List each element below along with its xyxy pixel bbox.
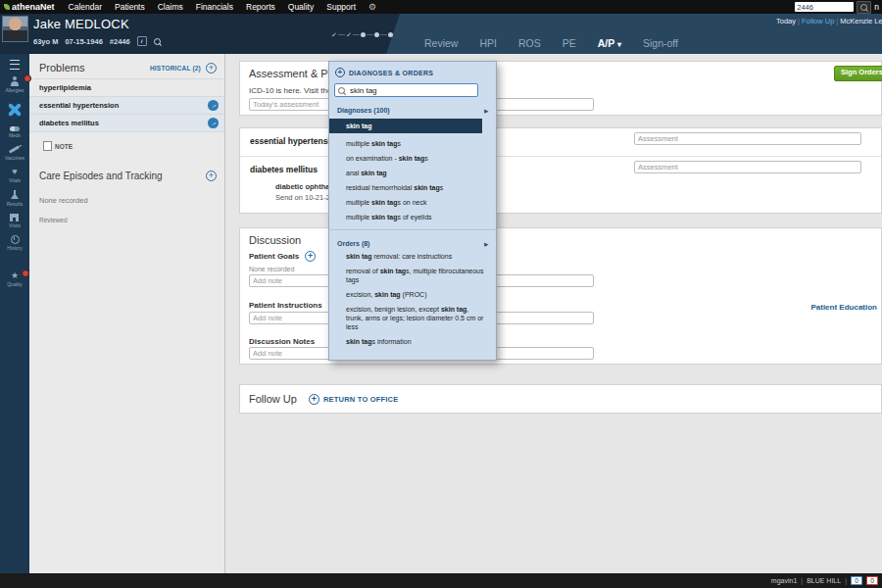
rail-item-clinicals[interactable] — [7, 100, 23, 120]
rail-menu-button[interactable] — [10, 60, 20, 70]
diagnosis-item[interactable]: on examination - skin tags — [346, 154, 486, 163]
arrow-icon: → — [209, 119, 219, 128]
global-search-area: n — [795, 1, 879, 14]
rail-item-visits[interactable]: Visits — [9, 214, 21, 228]
patient-search-icon[interactable] — [154, 38, 161, 45]
diagnosis-item[interactable]: anal skin tag — [346, 169, 486, 177]
menu-item-claims[interactable]: Claims — [158, 2, 183, 12]
athenanet-logo[interactable]: athenaNet — [4, 2, 55, 12]
historical-link[interactable]: HISTORICAL (2) — [150, 65, 201, 72]
rail-label-vitals: Vitals — [9, 177, 21, 183]
problem-row-hypertension[interactable]: essential hypertension → — [29, 97, 224, 115]
menu-item-support[interactable]: Support — [326, 2, 356, 12]
follow-up-link[interactable]: Follow Up — [802, 17, 834, 25]
problems-title: Problems — [39, 62, 84, 74]
meds-pill-icon — [10, 126, 20, 131]
global-search-input[interactable] — [795, 2, 854, 12]
rail-label-meds: Meds — [9, 132, 21, 138]
diagnosis-item[interactable]: multiple skin tags on neck — [346, 198, 486, 207]
diagnosis-search-input[interactable] — [348, 85, 471, 96]
order-item[interactable]: excision, skin tag (PROC) — [346, 290, 486, 299]
rail-label-vaccines: Vaccines — [5, 155, 24, 161]
note-doc-icon — [43, 141, 52, 151]
rail-item-quality[interactable]: ★ Quality — [7, 271, 23, 287]
problem-row-diabetes[interactable]: diabetes mellitus → — [29, 115, 224, 132]
encounter-progress: ✓ ✓ — [331, 31, 393, 38]
dropdown-header: + DIAGNOSES & ORDERS — [335, 68, 496, 77]
status-counter-blue[interactable]: 0 — [851, 576, 862, 585]
status-department: BLUE HILL — [807, 577, 841, 584]
patient-education-link[interactable]: Patient Education — [810, 303, 877, 312]
discussion-title: Discussion — [249, 234, 301, 246]
diabetes-assessment-input[interactable] — [634, 161, 861, 173]
rail-item-vaccines[interactable]: Vaccines — [5, 145, 24, 161]
global-nav-bar: athenaNet Calendar Patients Claims Finan… — [0, 0, 882, 14]
add-goal-button[interactable]: + — [305, 251, 316, 262]
note-button[interactable]: NOTE — [43, 141, 224, 151]
problem-name: diabetes mellitus — [250, 165, 318, 174]
assess-problem-icon[interactable]: → — [208, 118, 219, 128]
global-search-button[interactable] — [857, 1, 871, 14]
sign-orders-button[interactable]: Sign Orders (1) — [834, 66, 882, 81]
menu-item-financials[interactable]: Financials — [196, 2, 233, 12]
problems-list: hyperlipidemia essential hypertension → … — [29, 78, 224, 132]
settings-gear-icon[interactable]: ⚙ — [368, 2, 376, 12]
patient-info-icon[interactable]: i — [137, 36, 147, 46]
tab-hpi[interactable]: HPI — [479, 37, 497, 49]
goals-none-recorded: None recorded — [249, 266, 294, 272]
progress-line — [353, 34, 360, 35]
status-counter-red[interactable]: 0 — [866, 576, 878, 585]
orders-section-header[interactable]: Orders (8) ▶ — [337, 240, 488, 247]
search-icon — [338, 87, 345, 94]
return-to-office-link[interactable]: + RETURN TO OFFICE — [309, 394, 398, 405]
diagnosis-item[interactable]: multiple skin tags — [346, 139, 486, 148]
menu-item-reports[interactable]: Reports — [246, 2, 275, 12]
tab-review[interactable]: Review — [424, 37, 458, 49]
encounter-main: Assessment & Plan Sign Orders (1) ICD-10… — [225, 54, 882, 573]
follow-up-card: Follow Up + RETURN TO OFFICE — [239, 384, 882, 414]
order-item[interactable]: skin tags information — [346, 337, 486, 346]
search-icon — [860, 4, 867, 11]
diagnoses-section-header[interactable]: Diagnoses (100) ▶ — [337, 107, 488, 114]
order-item[interactable]: excision, benign lesion, except skin tag… — [346, 305, 486, 331]
tab-signoff[interactable]: Sign-off — [643, 37, 678, 49]
patient-demographics: 63yo M 07-15-1946 #2446 i — [33, 36, 161, 46]
hypertension-assessment-input[interactable] — [634, 132, 861, 145]
assess-problem-icon[interactable]: → — [208, 100, 219, 111]
patient-avatar[interactable] — [2, 16, 28, 42]
add-care-episode-button[interactable]: + — [206, 171, 217, 181]
diagnosis-item-selected[interactable]: skin tag — [329, 119, 482, 133]
banner-quick-links: Today|Follow Up|McKenzie Leftw — [776, 17, 882, 25]
arrow-icon: → — [209, 101, 219, 111]
vaccines-syringe-icon — [9, 145, 20, 153]
problems-header: Problems HISTORICAL (2) + — [29, 54, 224, 78]
results-flask-icon — [10, 190, 20, 200]
problem-row-hyperlipidemia[interactable]: hyperlipidemia — [29, 79, 224, 97]
diagnosis-item[interactable]: residual hemorrhoidal skin tags — [346, 183, 486, 192]
rail-item-results[interactable]: Results — [7, 190, 24, 207]
problem-name: essential hypertension — [250, 136, 340, 146]
brand-text: athenaNet — [12, 2, 55, 12]
tab-ap[interactable]: A/P ▾ — [598, 37, 621, 49]
progress-line — [338, 34, 345, 35]
menu-item-patients[interactable]: Patients — [115, 2, 145, 12]
rail-item-meds[interactable]: Meds — [9, 126, 21, 138]
stage-dot-icon — [374, 32, 379, 37]
rail-item-vitals[interactable]: ♥ Vitals — [9, 168, 21, 183]
today-link[interactable]: Today — [776, 17, 796, 25]
diagnosis-search-box[interactable] — [334, 83, 478, 97]
menu-item-quality[interactable]: Quality — [288, 2, 314, 12]
order-item[interactable]: skin tag removal: care instructions — [346, 252, 486, 261]
stage-check-icon: ✓ — [331, 31, 337, 38]
order-item[interactable]: removal of skin tags, multiple fibrocuta… — [346, 267, 486, 284]
reviewed-label[interactable]: Reviewed — [39, 217, 224, 223]
add-problem-button[interactable]: + — [206, 63, 217, 74]
provider-link[interactable]: McKenzie Leftw — [840, 17, 882, 25]
tab-ros[interactable]: ROS — [518, 37, 541, 49]
tab-pe[interactable]: PE — [563, 37, 576, 49]
rail-item-history[interactable]: History — [7, 235, 23, 251]
separator: | — [845, 577, 847, 584]
menu-item-calendar[interactable]: Calendar — [69, 2, 103, 12]
rail-item-allergies[interactable]: Allergies — [5, 76, 24, 93]
diagnosis-item[interactable]: multiple skin tags of eyelids — [346, 213, 486, 221]
